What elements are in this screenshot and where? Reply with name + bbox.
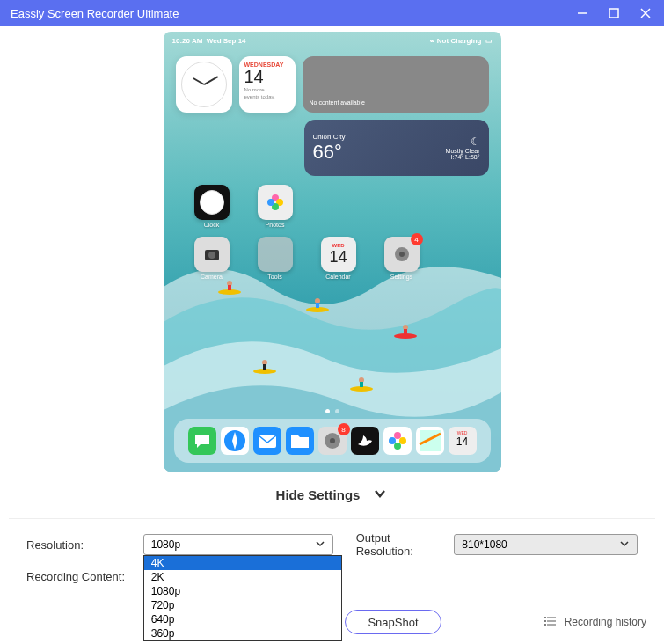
chevron-down-icon [372, 486, 388, 504]
svg-rect-18 [360, 382, 363, 387]
resolution-dropdown: 4K 2K 1080p 720p 640p 360p [143, 555, 342, 641]
recording-history-label: Recording history [565, 616, 646, 628]
weather-city: Union City [313, 133, 366, 141]
option-1080p[interactable]: 1080p [144, 584, 341, 598]
list-icon [544, 614, 558, 631]
close-button[interactable] [638, 5, 653, 21]
titlebar: Eassiy Screen Recorder Ultimate [0, 0, 664, 26]
dock-messages-icon [188, 427, 216, 455]
app-photos-label: Photos [266, 222, 285, 228]
dock-maps-icon [416, 427, 444, 455]
dock-settings-icon: 8 [318, 427, 347, 455]
app-camera: Camera [190, 237, 234, 280]
weather-widget: Union City 66° ☾ Mostly Clear H:74° L:58… [304, 120, 489, 176]
option-4k[interactable]: 4K [144, 556, 341, 570]
output-resolution-label: Output Resolution: [356, 531, 446, 558]
calendar-note2: events today. [244, 94, 290, 99]
app-tools-label: Tools [267, 274, 281, 280]
svg-point-17 [359, 377, 364, 383]
toggle-settings[interactable]: Hide Settings [276, 486, 389, 504]
app-settings: 4 Settings [380, 237, 424, 280]
svg-point-14 [262, 360, 267, 365]
chevron-down-icon [619, 538, 630, 552]
resolution-label: Resolution: [26, 538, 135, 552]
svg-point-34 [389, 437, 396, 444]
svg-point-40 [544, 617, 546, 618]
photos-icon [264, 191, 287, 214]
calendar-date: 14 [244, 68, 290, 85]
wifi-icon: ⧜ [430, 37, 434, 45]
weather-condition: Mostly Clear [446, 148, 480, 154]
resolution-select[interactable]: 1080p [143, 534, 333, 555]
svg-rect-6 [228, 285, 231, 290]
maximize-button[interactable] [606, 5, 622, 21]
status-time: 10:20 AM [172, 37, 203, 45]
app-calendar: WED14 Calendar [317, 237, 361, 280]
recording-content-label: Recording Content: [26, 570, 141, 583]
app-calendar-label: Calendar [325, 274, 350, 280]
snapshot-button[interactable]: SnapShot [345, 610, 441, 634]
dock-bird-icon [351, 427, 379, 455]
battery-icon: ▭ [485, 37, 493, 45]
app-photos: Photos [253, 185, 297, 228]
svg-point-11 [403, 325, 408, 330]
svg-point-10 [394, 333, 417, 339]
dock-photos-icon [383, 427, 412, 455]
output-resolution-value: 810*1080 [462, 538, 507, 551]
svg-point-30 [330, 438, 335, 443]
svg-point-33 [394, 443, 401, 450]
window-controls [574, 5, 653, 21]
app-clock-label: Clock [204, 222, 220, 228]
svg-rect-1 [609, 9, 618, 18]
svg-point-31 [394, 432, 401, 439]
svg-point-32 [399, 437, 406, 444]
dock-settings-badge: 8 [338, 423, 350, 435]
resolution-value: 1080p [151, 538, 180, 551]
svg-point-26 [399, 252, 405, 257]
app-clock: Clock [190, 185, 234, 228]
placeholder-text: No content available [310, 99, 365, 106]
window-title: Eassiy Screen Recorder Ultimate [11, 7, 574, 20]
settings-panel: Resolution: 1080p 4K 2K 1080p 720p 640p … [9, 518, 655, 608]
dock-safari-icon [221, 427, 249, 455]
option-2k[interactable]: 2K [144, 570, 341, 584]
output-resolution-select[interactable]: 810*1080 [454, 534, 638, 555]
dock-mail-icon [253, 427, 281, 455]
device-preview: 10:20 AM Wed Sep 14 ⧜ Not Charging ▭ WED… [164, 32, 501, 472]
minimize-button[interactable] [574, 5, 590, 21]
chevron-down-icon [315, 538, 325, 552]
svg-point-4 [218, 289, 241, 295]
svg-point-8 [315, 298, 320, 304]
dock: 8 WED14 [174, 419, 491, 463]
camera-icon [202, 245, 222, 264]
status-date: Wed Sep 14 [207, 37, 246, 45]
option-720p[interactable]: 720p [144, 598, 341, 612]
snapshot-label: SnapShot [368, 616, 418, 629]
recording-history-link[interactable]: Recording history [544, 614, 646, 631]
clock-widget [176, 56, 232, 113]
svg-point-7 [306, 307, 329, 312]
gear-icon [390, 243, 413, 266]
page-indicator [325, 409, 339, 413]
svg-point-22 [267, 199, 274, 206]
app-camera-label: Camera [201, 274, 223, 280]
status-battery: Not Charging [437, 37, 482, 45]
svg-point-5 [227, 281, 232, 286]
svg-point-41 [544, 620, 546, 622]
weather-hilo: H:74° L:58° [449, 154, 480, 160]
option-360p[interactable]: 360p [144, 626, 341, 640]
calendar-widget: WEDNESDAY 14 No more events today. [239, 56, 296, 113]
option-640p[interactable]: 640p [144, 612, 341, 626]
svg-point-13 [253, 369, 276, 374]
app-settings-label: Settings [390, 274, 412, 280]
app-tools: Tools [253, 237, 297, 280]
moon-icon: ☾ [471, 135, 480, 148]
placeholder-widget: No content available [303, 56, 489, 113]
clock-face-icon [181, 62, 227, 107]
app-calendar-date: 14 [329, 248, 347, 267]
dock-files-icon [286, 427, 314, 455]
svg-rect-9 [316, 303, 319, 308]
calendar-note1: No more [244, 87, 290, 92]
dock-calendar-icon: WED14 [449, 427, 477, 455]
svg-rect-15 [263, 364, 266, 370]
